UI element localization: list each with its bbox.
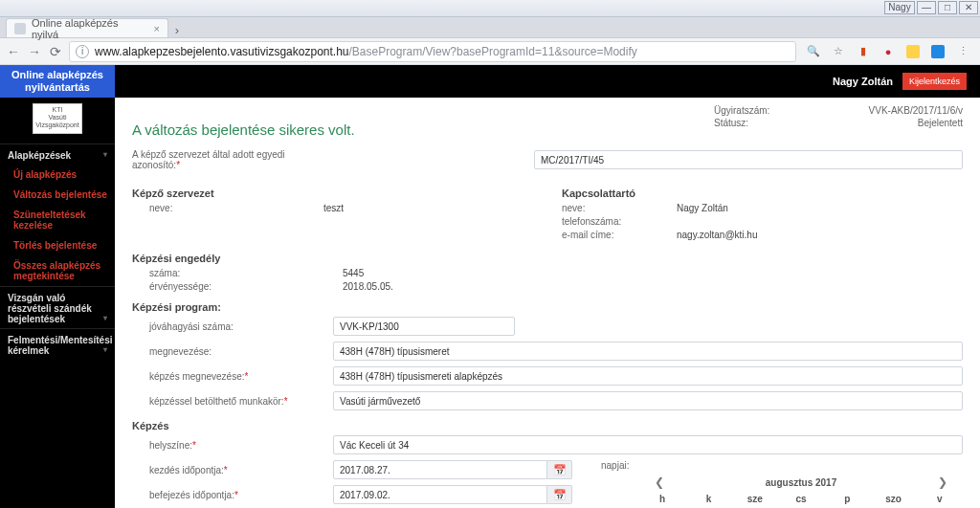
tab-title: Online alapképzés nyilvá (32, 17, 148, 40)
cal-dow: szo (870, 491, 916, 507)
befejezes-label: befejezés időpontja: (132, 490, 333, 500)
kepzes-title: Képzés (132, 420, 963, 431)
cal-next-button[interactable]: ❯ (932, 475, 953, 489)
kezdes-label: kezdés időpontja: (132, 465, 333, 475)
munkakor-label: képzéssel betölthető munkakör: (132, 396, 333, 407)
sidebar-group-felmentes[interactable]: Felmentési/Mentesítési kérelmek▾ (0, 328, 115, 360)
tab-close-icon[interactable]: × (154, 23, 160, 34)
app-brand[interactable]: Online alapképzés nyilvántartás (0, 65, 115, 98)
sidebar-item-osszes[interactable]: Összes alapképzés megtekintése (0, 255, 115, 286)
success-title: A változás bejelentése sikeres volt. (132, 121, 355, 138)
adblock-extension-icon[interactable]: ● (880, 44, 896, 59)
window-close-button[interactable]: ✕ (959, 1, 978, 14)
main-content: Ügyiratszám: VVK-AKB/2017/11/6/v A válto… (115, 98, 980, 508)
window-user-button[interactable]: Nagy (884, 1, 915, 14)
sidebar-item-szunet[interactable]: Szüneteltetések kezelése (0, 205, 115, 235)
search-icon[interactable]: 🔍 (806, 44, 821, 59)
napjai-label: napjai: (601, 460, 716, 471)
ugyiratszam-label: Ügyiratszám: (714, 105, 769, 116)
browser-tabstrip: Online alapképzés nyilvá × › (0, 17, 980, 38)
browser-tab[interactable]: Online alapképzés nyilvá × (6, 18, 168, 37)
sidebar-item-torles[interactable]: Törlés bejelentése (0, 235, 115, 255)
jova-input[interactable] (333, 317, 515, 336)
kezdes-calendar-icon[interactable]: 📅 (547, 460, 572, 479)
egyedi-azonosito-input[interactable] (534, 150, 963, 169)
favicon-icon (14, 23, 26, 34)
browser-toolbar: ← → ⟳ i www.alapkepzesbejelento.vasutivi… (0, 38, 980, 65)
eng-szama-value: 5445 (343, 268, 364, 278)
hely-label: helyszíne: (132, 440, 333, 451)
cal-dow: sze (732, 491, 778, 507)
cal-title: augusztus 2017 (766, 477, 836, 488)
kapcsolat-title: Kapcsolattartó (562, 188, 963, 199)
kapcs-tel-label: telefonszáma: (562, 216, 677, 227)
kapcs-email-label: e-mail címe: (562, 230, 677, 240)
statusz-value: Bejelentett (918, 118, 963, 147)
sidebar-item-valtozas[interactable]: Változás bejelentése (0, 185, 115, 205)
sidebar: KTIVasútiVizsgaközpont Alapképzések▾ Új … (0, 98, 115, 508)
cal-dow: v (917, 491, 963, 507)
kapcs-email-value: nagy.zoltan@kti.hu (677, 230, 757, 240)
cal-dow: h (639, 491, 685, 507)
new-tab-button[interactable]: › (168, 23, 186, 37)
statusz-label: Státusz: (714, 118, 748, 147)
cal-prev-button[interactable]: ❮ (649, 475, 670, 489)
megn-input[interactable] (333, 342, 963, 361)
munkakor-input[interactable] (333, 391, 963, 410)
szervezet-title: Képző szervezet (132, 188, 533, 199)
befejezes-input[interactable] (333, 485, 547, 504)
kapcs-neve-value: Nagy Zoltán (677, 203, 728, 213)
sidebar-group-alapkepzesek[interactable]: Alapképzések▾ (0, 144, 115, 165)
url-text: www.alapkepzesbejelento.vasutivizsgakozp… (95, 45, 637, 58)
ext3-icon[interactable] (905, 44, 921, 59)
address-bar[interactable]: i www.alapkepzesbejelento.vasutivizsgako… (69, 41, 796, 62)
office-extension-icon[interactable]: ▮ (856, 44, 871, 59)
header-user: Nagy Zoltán (833, 76, 893, 87)
kezdes-input[interactable] (333, 460, 547, 479)
jova-label: jóváhagyási száma: (132, 321, 333, 332)
forward-button[interactable]: → (27, 44, 42, 59)
kapcs-neve-label: neve: (562, 203, 677, 213)
sidebar-group-vizsga[interactable]: Vizsgán való részvételi szándék bejelent… (0, 286, 115, 328)
megn-label: megnevezése: (132, 346, 333, 357)
menu-icon[interactable]: ⋮ (955, 44, 970, 59)
ugyiratszam-value: VVK-AKB/2017/11/6/v (869, 105, 963, 116)
window-min-button[interactable]: — (917, 1, 936, 14)
reload-button[interactable]: ⟳ (48, 44, 63, 59)
star-icon[interactable]: ☆ (831, 44, 846, 59)
szervezet-neve-label: neve: (132, 203, 247, 213)
back-button[interactable]: ← (6, 44, 21, 59)
kepzes-megn-input[interactable] (333, 366, 963, 386)
ext4-icon[interactable] (930, 44, 946, 59)
eng-szama-label: száma: (132, 268, 247, 278)
program-title: Képzési program: (132, 301, 963, 313)
app-header: Online alapképzés nyilvántartás Nagy Zol… (0, 65, 980, 98)
engedely-title: Képzési engedély (132, 253, 963, 264)
hely-input[interactable] (333, 435, 963, 454)
calendar: ❮ augusztus 2017 ❯ hkszecspszov 31123456… (639, 474, 963, 508)
window-max-button[interactable]: □ (938, 1, 957, 14)
logout-button[interactable]: Kijelentkezés (902, 73, 967, 90)
sidebar-logo[interactable]: KTIVasútiVizsgaközpont (0, 98, 115, 144)
eng-erv-value: 2018.05.05. (343, 281, 393, 292)
sidebar-item-uj-alapkepzes[interactable]: Új alapképzés (0, 165, 115, 185)
kepzes-megn-label: képzés megnevezése: (132, 371, 333, 382)
egyedi-azonosito-label: A képző szervezet által adott egyedi azo… (132, 149, 333, 170)
cal-dow: p (824, 491, 870, 507)
cal-dow: cs (778, 491, 824, 507)
szervezet-neve-value: teszt (323, 203, 344, 213)
befejezes-calendar-icon[interactable]: 📅 (547, 485, 572, 504)
window-titlebar: Nagy — □ ✕ (0, 0, 980, 17)
cal-dow: k (685, 491, 731, 507)
eng-erv-label: érvényessége: (132, 281, 247, 292)
site-info-icon[interactable]: i (76, 45, 89, 58)
